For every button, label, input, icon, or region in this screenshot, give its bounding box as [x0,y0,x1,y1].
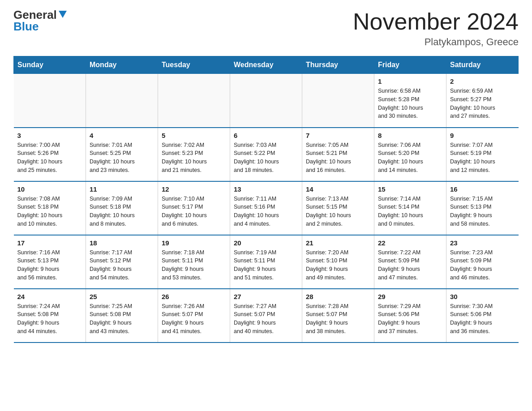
calendar-cell [158,74,230,128]
day-info: Sunrise: 7:27 AMSunset: 5:07 PMDaylight:… [234,302,298,336]
calendar-cell: 2Sunrise: 6:59 AMSunset: 5:27 PMDaylight… [446,74,519,128]
calendar-cell: 16Sunrise: 7:15 AMSunset: 5:13 PMDayligh… [446,181,519,235]
calendar-cell: 11Sunrise: 7:09 AMSunset: 5:18 PMDayligh… [86,181,158,235]
day-number: 19 [162,239,226,247]
day-info: Sunrise: 7:25 AMSunset: 5:08 PMDaylight:… [90,302,154,336]
day-header-sunday: Sunday [14,56,86,74]
calendar-cell: 24Sunrise: 7:24 AMSunset: 5:08 PMDayligh… [14,289,86,342]
day-info: Sunrise: 7:03 AMSunset: 5:22 PMDaylight:… [234,141,298,175]
day-number: 7 [306,132,370,139]
calendar-cell: 9Sunrise: 7:07 AMSunset: 5:19 PMDaylight… [446,128,519,181]
day-number: 9 [450,132,515,139]
day-number: 13 [234,185,298,193]
day-number: 29 [378,293,442,300]
day-info: Sunrise: 7:10 AMSunset: 5:17 PMDaylight:… [162,195,226,228]
calendar-cell: 30Sunrise: 7:30 AMSunset: 5:06 PMDayligh… [446,289,519,342]
day-info: Sunrise: 7:23 AMSunset: 5:09 PMDaylight:… [450,248,515,282]
day-number: 14 [306,185,370,193]
calendar-cell: 27Sunrise: 7:27 AMSunset: 5:07 PMDayligh… [230,289,302,342]
day-number: 1 [378,77,442,85]
day-info: Sunrise: 7:14 AMSunset: 5:14 PMDaylight:… [378,195,442,228]
day-info: Sunrise: 7:02 AMSunset: 5:23 PMDaylight:… [162,141,226,175]
week-row-4: 17Sunrise: 7:16 AMSunset: 5:13 PMDayligh… [14,235,519,289]
day-number: 22 [378,239,442,247]
day-info: Sunrise: 7:05 AMSunset: 5:21 PMDaylight:… [306,141,370,175]
week-row-1: 1Sunrise: 6:58 AMSunset: 5:28 PMDaylight… [14,74,519,128]
calendar-cell: 28Sunrise: 7:28 AMSunset: 5:07 PMDayligh… [302,289,374,342]
calendar-cell: 22Sunrise: 7:22 AMSunset: 5:09 PMDayligh… [374,235,446,289]
day-number: 25 [90,293,154,300]
day-number: 27 [234,293,298,300]
day-info: Sunrise: 6:58 AMSunset: 5:28 PMDaylight:… [378,87,442,120]
day-header-saturday: Saturday [446,56,519,74]
day-info: Sunrise: 7:09 AMSunset: 5:18 PMDaylight:… [90,195,154,228]
day-info: Sunrise: 7:17 AMSunset: 5:12 PMDaylight:… [90,248,154,282]
day-number: 3 [17,132,82,139]
logo: General Blue [13,9,68,34]
calendar-cell [14,74,86,128]
week-row-2: 3Sunrise: 7:00 AMSunset: 5:26 PMDaylight… [14,128,519,181]
day-info: Sunrise: 7:26 AMSunset: 5:07 PMDaylight:… [162,302,226,336]
calendar-cell: 8Sunrise: 7:06 AMSunset: 5:20 PMDaylight… [374,128,446,181]
calendar-cell [302,74,374,128]
day-header-friday: Friday [374,56,446,74]
calendar-cell: 15Sunrise: 7:14 AMSunset: 5:14 PMDayligh… [374,181,446,235]
day-number: 2 [450,77,515,85]
logo-general: General [13,9,57,21]
calendar-cell [230,74,302,128]
day-number: 4 [90,132,154,139]
day-number: 23 [450,239,515,247]
day-header-thursday: Thursday [302,56,374,74]
location-title: Platykampos, Greece [353,36,519,48]
day-info: Sunrise: 7:06 AMSunset: 5:20 PMDaylight:… [378,141,442,175]
day-number: 24 [17,293,82,300]
day-info: Sunrise: 7:29 AMSunset: 5:06 PMDaylight:… [378,302,442,336]
calendar-cell: 4Sunrise: 7:01 AMSunset: 5:25 PMDaylight… [86,128,158,181]
calendar-cell: 12Sunrise: 7:10 AMSunset: 5:17 PMDayligh… [158,181,230,235]
day-info: Sunrise: 7:11 AMSunset: 5:16 PMDaylight:… [234,195,298,228]
day-header-tuesday: Tuesday [158,56,230,74]
day-info: Sunrise: 7:16 AMSunset: 5:13 PMDaylight:… [17,248,82,282]
calendar-cell: 29Sunrise: 7:29 AMSunset: 5:06 PMDayligh… [374,289,446,342]
day-number: 17 [17,239,82,247]
day-header-monday: Monday [86,56,158,74]
svg-marker-0 [59,11,67,18]
day-info: Sunrise: 7:13 AMSunset: 5:15 PMDaylight:… [306,195,370,228]
month-title: November 2024 [353,9,519,34]
title-block: November 2024 Platykampos, Greece [353,9,519,48]
calendar-cell: 21Sunrise: 7:20 AMSunset: 5:10 PMDayligh… [302,235,374,289]
logo-triangle-icon [58,9,68,19]
day-info: Sunrise: 7:07 AMSunset: 5:19 PMDaylight:… [450,141,515,175]
day-info: Sunrise: 7:22 AMSunset: 5:09 PMDaylight:… [378,248,442,282]
day-info: Sunrise: 7:24 AMSunset: 5:08 PMDaylight:… [17,302,82,336]
day-number: 11 [90,185,154,193]
calendar-cell: 13Sunrise: 7:11 AMSunset: 5:16 PMDayligh… [230,181,302,235]
day-info: Sunrise: 7:20 AMSunset: 5:10 PMDaylight:… [306,248,370,282]
day-number: 12 [162,185,226,193]
day-info: Sunrise: 7:00 AMSunset: 5:26 PMDaylight:… [17,141,82,175]
day-info: Sunrise: 7:08 AMSunset: 5:18 PMDaylight:… [17,195,82,228]
calendar-cell [86,74,158,128]
day-number: 18 [90,239,154,247]
day-number: 5 [162,132,226,139]
calendar-cell: 10Sunrise: 7:08 AMSunset: 5:18 PMDayligh… [14,181,86,235]
calendar-header-row: SundayMondayTuesdayWednesdayThursdayFrid… [14,56,519,74]
day-info: Sunrise: 7:18 AMSunset: 5:11 PMDaylight:… [162,248,226,282]
day-number: 28 [306,293,370,300]
calendar-cell: 14Sunrise: 7:13 AMSunset: 5:15 PMDayligh… [302,181,374,235]
day-info: Sunrise: 7:01 AMSunset: 5:25 PMDaylight:… [90,141,154,175]
calendar-cell: 25Sunrise: 7:25 AMSunset: 5:08 PMDayligh… [86,289,158,342]
day-number: 6 [234,132,298,139]
calendar-cell: 17Sunrise: 7:16 AMSunset: 5:13 PMDayligh… [14,235,86,289]
day-header-wednesday: Wednesday [230,56,302,74]
calendar-cell: 20Sunrise: 7:19 AMSunset: 5:11 PMDayligh… [230,235,302,289]
calendar-cell: 18Sunrise: 7:17 AMSunset: 5:12 PMDayligh… [86,235,158,289]
week-row-5: 24Sunrise: 7:24 AMSunset: 5:08 PMDayligh… [14,289,519,342]
day-number: 10 [17,185,82,193]
calendar-cell: 19Sunrise: 7:18 AMSunset: 5:11 PMDayligh… [158,235,230,289]
day-info: Sunrise: 7:30 AMSunset: 5:06 PMDaylight:… [450,302,515,336]
day-number: 16 [450,185,515,193]
day-number: 15 [378,185,442,193]
page-header: General Blue November 2024 Platykampos, … [13,9,519,48]
calendar-table: SundayMondayTuesdayWednesdayThursdayFrid… [13,56,519,343]
